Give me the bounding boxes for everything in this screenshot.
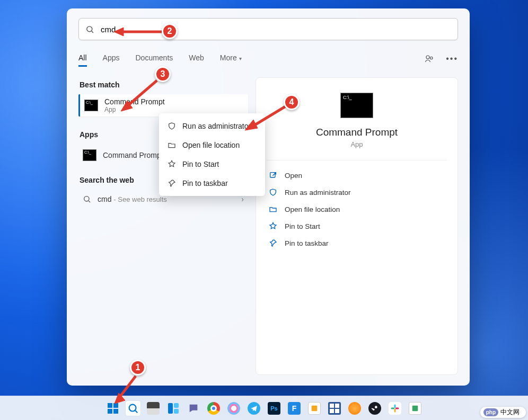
tab-web[interactable]: Web — [189, 53, 204, 67]
action-run-admin[interactable]: Run as administrator — [268, 184, 446, 201]
tab-documents[interactable]: Documents — [135, 53, 173, 67]
svg-line-1 — [92, 31, 93, 32]
svg-marker-29 — [245, 120, 258, 130]
slack-icon[interactable] — [388, 401, 402, 416]
action-pin-taskbar[interactable]: Pin to taskbar — [268, 235, 446, 252]
svg-rect-16 — [312, 405, 318, 411]
action-pin-start[interactable]: Pin to Start — [268, 218, 446, 235]
svg-rect-7 — [108, 403, 112, 408]
pin-icon — [269, 222, 277, 230]
annotation-badge-1: 1 — [130, 360, 146, 376]
svg-rect-13 — [168, 403, 173, 414]
pin-icon — [269, 239, 277, 247]
action-open-location[interactable]: Open file location — [268, 201, 446, 218]
svg-rect-14 — [174, 403, 179, 408]
svg-point-0 — [87, 26, 92, 31]
svg-rect-6 — [270, 173, 275, 177]
svg-rect-22 — [395, 407, 399, 409]
steam-icon[interactable] — [367, 401, 382, 416]
preview-app-icon — [340, 93, 373, 118]
action-open[interactable]: Open — [268, 167, 446, 184]
cm-open-location[interactable]: Open file location — [159, 136, 265, 155]
app-icon[interactable] — [307, 401, 322, 416]
app-icon[interactable] — [347, 401, 362, 416]
cm-pin-start[interactable]: Pin to Start — [159, 155, 265, 174]
svg-line-28 — [251, 106, 286, 127]
annotation-arrow-2 — [114, 25, 164, 38]
svg-line-12 — [135, 410, 137, 413]
svg-rect-15 — [174, 409, 179, 414]
svg-line-26 — [126, 81, 157, 107]
app-icon[interactable] — [408, 401, 423, 416]
pin-icon — [168, 179, 176, 187]
more-options-icon[interactable]: ••• — [446, 54, 458, 66]
paint-icon[interactable] — [226, 401, 241, 416]
shield-icon — [168, 122, 176, 130]
search-icon — [85, 25, 94, 34]
cmd-icon — [84, 100, 98, 111]
account-icon[interactable] — [425, 54, 434, 66]
svg-point-2 — [426, 56, 429, 59]
preview-title: Command Prompt — [268, 127, 446, 138]
web-result-sub: - See web results — [113, 195, 166, 203]
svg-marker-31 — [115, 393, 125, 404]
annotation-badge-4: 4 — [284, 94, 300, 110]
annotation-badge-2: 2 — [162, 23, 178, 39]
tab-more[interactable]: More▾ — [220, 53, 242, 67]
photoshop-icon[interactable]: Ps — [267, 401, 281, 416]
folder-icon — [269, 205, 277, 213]
chevron-right-icon: › — [241, 195, 244, 203]
chevron-down-icon: ▾ — [239, 56, 242, 61]
filter-tabs-row: All Apps Documents Web More▾ ••• — [78, 52, 458, 68]
svg-point-4 — [84, 196, 89, 201]
search-icon — [83, 195, 91, 203]
watermark-text: 中文网 — [500, 408, 520, 417]
annotation-arrow-4 — [243, 104, 291, 136]
folder-icon — [168, 141, 176, 149]
svg-rect-21 — [391, 407, 395, 409]
svg-point-3 — [430, 57, 433, 59]
php-logo-icon: php — [483, 408, 498, 416]
apps-result-title: Command Prompt — [103, 151, 163, 159]
task-view-icon[interactable] — [146, 401, 161, 416]
annotation-badge-3: 3 — [155, 66, 171, 82]
web-result-query: cmd — [98, 195, 111, 203]
svg-line-30 — [119, 376, 136, 398]
taskbar: Ps F — [0, 396, 528, 420]
start-search-window: All Apps Documents Web More▾ ••• Best ma… — [67, 8, 470, 386]
watermark: php 中文网 — [480, 407, 526, 418]
open-icon — [269, 171, 277, 180]
annotation-arrow-1 — [112, 374, 144, 406]
svg-rect-20 — [394, 408, 396, 412]
svg-line-5 — [89, 201, 90, 202]
svg-rect-10 — [113, 409, 118, 414]
svg-rect-19 — [394, 404, 396, 408]
svg-marker-25 — [114, 28, 124, 36]
annotation-arrow-3 — [119, 78, 161, 115]
widgets-icon[interactable] — [166, 401, 181, 416]
cmd-icon — [83, 149, 96, 161]
pin-icon — [168, 160, 176, 168]
tab-all[interactable]: All — [78, 53, 87, 67]
cm-pin-taskbar[interactable]: Pin to taskbar — [159, 174, 265, 193]
chat-icon[interactable] — [186, 401, 201, 416]
shield-icon — [269, 188, 277, 196]
svg-rect-9 — [108, 409, 112, 414]
telegram-icon[interactable] — [247, 401, 261, 416]
app-icon[interactable]: F — [287, 401, 302, 416]
svg-rect-23 — [412, 405, 418, 411]
tab-apps[interactable]: Apps — [103, 53, 120, 67]
chrome-icon[interactable] — [206, 401, 221, 416]
divider — [267, 160, 447, 160]
preview-subtitle: App — [268, 140, 446, 148]
svg-point-17 — [375, 406, 377, 408]
calculator-icon[interactable] — [327, 401, 342, 416]
